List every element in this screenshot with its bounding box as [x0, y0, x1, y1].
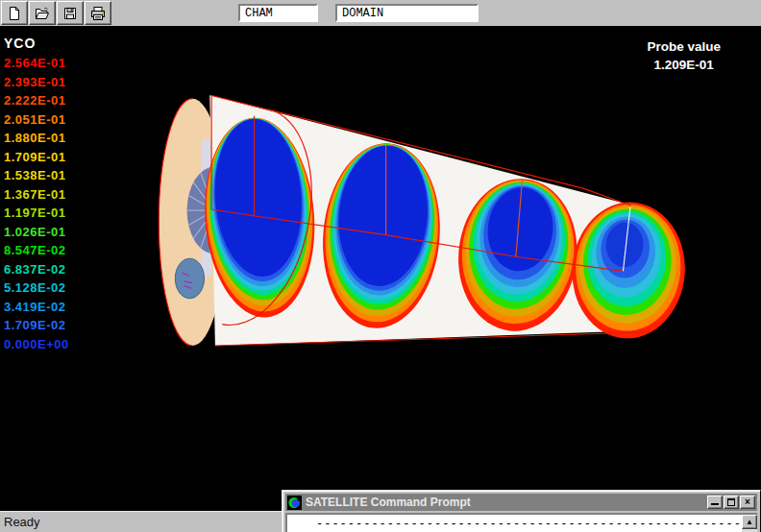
save-file-button[interactable] — [57, 1, 84, 25]
legend-entry: 1.026E-01 — [4, 223, 69, 242]
probe-label: Probe value — [647, 37, 721, 56]
legend-entry: 8.547E-02 — [4, 241, 69, 260]
window-title: SATELLITE Command Prompt — [306, 496, 706, 509]
satellite-app-icon — [287, 496, 302, 510]
legend-entry: 1.367E-01 — [4, 185, 69, 205]
contour-legend: YCO 2.564E-012.393E-012.222E-012.051E-01… — [4, 36, 69, 353]
cham-field[interactable] — [238, 4, 318, 22]
status-text: Ready — [4, 515, 40, 529]
graphics-viewport[interactable]: YCO 2.564E-012.393E-012.222E-012.051E-01… — [0, 28, 761, 512]
legend-entry: 2.051E-01 — [4, 110, 69, 130]
domain-field[interactable] — [335, 4, 479, 22]
legend-entry: 6.837E-02 — [4, 260, 69, 279]
close-button[interactable]: × — [740, 496, 755, 509]
legend-entry: 1.538E-01 — [4, 166, 69, 185]
legend-entry: 2.564E-01 — [4, 54, 69, 73]
new-file-button[interactable] — [1, 1, 28, 25]
legend-entry: 0.000E+00 — [4, 335, 69, 354]
save-floppy-icon — [62, 6, 78, 21]
open-folder-icon — [35, 6, 50, 21]
printer-icon — [90, 6, 106, 21]
toolbar — [0, 0, 761, 28]
probe-readout: Probe value 1.209E-01 — [647, 37, 721, 74]
satellite-command-prompt-window[interactable]: SATELLITE Command Prompt × -------------… — [282, 490, 761, 532]
application-window: YCO 2.564E-012.393E-012.222E-012.051E-01… — [0, 0, 761, 532]
inlet-blob — [175, 258, 204, 299]
legend-entry: 1.709E-01 — [4, 148, 69, 167]
prompt-output-line: ----------------------------------------… — [287, 515, 757, 531]
scroll-up-button[interactable]: ▲ — [742, 515, 757, 529]
legend-variable-name: YCO — [4, 36, 69, 51]
legend-entry: 3.419E-02 — [4, 298, 69, 317]
legend-entry: 1.880E-01 — [4, 129, 69, 148]
window-title-bar[interactable]: SATELLITE Command Prompt × — [285, 494, 757, 511]
vertical-scrollbar[interactable]: ▲ — [742, 515, 757, 532]
legend-entry: 5.128E-02 — [4, 278, 69, 298]
probe-value: 1.209E-01 — [647, 56, 721, 74]
legend-entry: 2.222E-01 — [4, 91, 69, 110]
print-button[interactable] — [85, 1, 111, 25]
minimize-button[interactable] — [707, 496, 723, 509]
legend-entry: 1.709E-02 — [4, 316, 69, 335]
legend-entry: 1.197E-01 — [4, 204, 69, 223]
new-file-icon — [7, 6, 22, 21]
viewport-3d-scene — [0, 28, 761, 512]
legend-entry: 2.393E-01 — [4, 73, 69, 92]
command-prompt-output[interactable]: ----------------------------------------… — [285, 513, 757, 532]
maximize-button[interactable] — [724, 496, 739, 509]
open-file-button[interactable] — [29, 1, 56, 25]
